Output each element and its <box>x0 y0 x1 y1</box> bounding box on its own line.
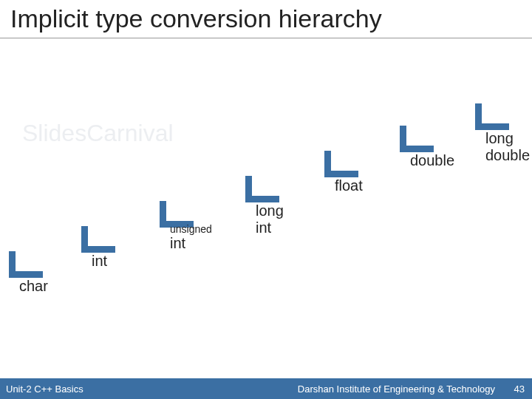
footer-unit: Unit-2 C++ Basics <box>0 383 83 395</box>
step-label-small: unsigned <box>170 223 212 235</box>
step-label: long int <box>256 202 284 236</box>
step-label: float <box>335 177 363 194</box>
footer-institute: Darshan Institute of Engineering & Techn… <box>298 383 532 395</box>
step-label-line2: double <box>485 147 530 163</box>
step-marker-icon <box>81 226 108 253</box>
step-label: unsigned int <box>170 223 212 252</box>
step-label: char <box>19 278 48 295</box>
step-label-big: int <box>170 235 185 251</box>
step-marker-icon <box>9 251 35 278</box>
step-label: double <box>410 152 454 169</box>
footer-bar: Unit-2 C++ Basics Darshan Institute of E… <box>0 378 532 399</box>
step-label-line1: long <box>485 130 514 146</box>
step-marker-icon <box>475 103 502 130</box>
footer-page-number: 43 <box>514 378 525 399</box>
step-marker-icon <box>400 126 426 152</box>
step-label: int <box>92 253 107 270</box>
page-title: Implicit type conversion hierarchy <box>0 0 532 38</box>
step-label: long double <box>485 130 530 164</box>
step-marker-icon <box>245 176 272 202</box>
title-divider <box>0 38 532 38</box>
hierarchy-diagram: char int unsigned int long int <box>0 89 532 310</box>
step-marker-icon <box>324 151 351 177</box>
